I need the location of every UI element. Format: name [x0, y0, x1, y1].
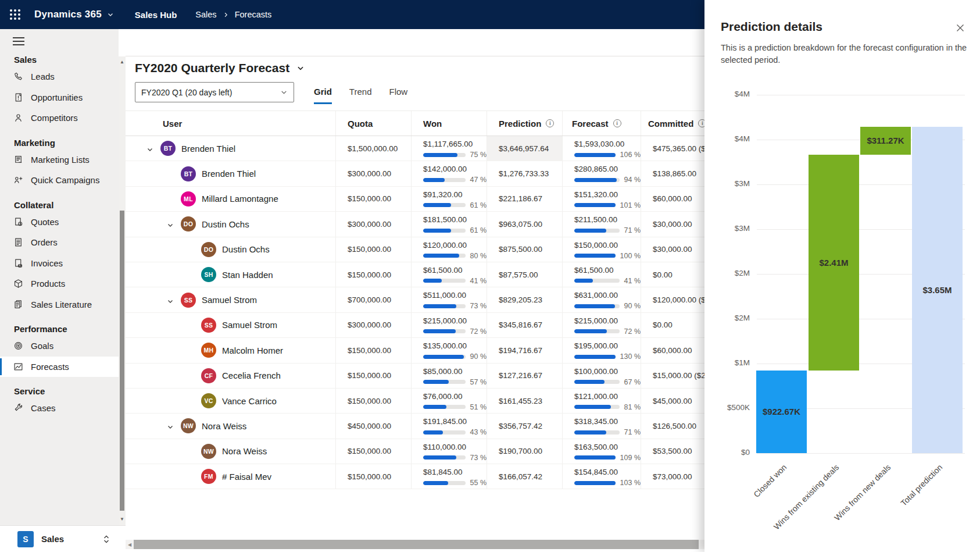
sidebar-item-products[interactable]: Products [0, 273, 119, 294]
tab-trend[interactable]: Trend [349, 87, 372, 104]
chevron-right-icon [223, 12, 229, 18]
waffle-icon[interactable] [10, 9, 20, 20]
progress-fill [574, 481, 616, 485]
horizontal-scrollbar[interactable]: ◀ [126, 540, 704, 549]
prediction-cell: $161,455.23 [487, 389, 562, 413]
row-expand-caret-icon[interactable] [167, 220, 174, 227]
table-row[interactable]: SSSamuel Strom$300,000.00$215,000.0072 %… [126, 313, 704, 338]
progress-percent: 103 % [620, 479, 641, 487]
column-header-committed[interactable]: Committedi [641, 111, 704, 136]
progress-percent: 47 % [470, 176, 487, 184]
sidebar-scrollbar-thumb[interactable] [120, 211, 124, 511]
amount-with-progress: $1,117,665.0075 % [412, 136, 487, 159]
amount-with-progress: $631,000.0090 % [563, 287, 641, 310]
table-row[interactable]: MLMillard Lamontagne$150,000.00$91,320.0… [126, 187, 704, 212]
column-header-forecast[interactable]: Forecasti [562, 111, 641, 136]
sidebar-item-goals[interactable]: Goals [0, 336, 119, 357]
table-row[interactable]: BTBrenden Thiel$1,500,000.00$1,117,665.0… [126, 136, 704, 161]
y-axis-tick-label: $500K [709, 403, 750, 412]
avatar: BT [181, 166, 196, 181]
area-switch-chevrons-icon[interactable] [102, 535, 110, 544]
sidebar-item-leads[interactable]: Leads [0, 66, 119, 87]
sidebar-item-competitors[interactable]: Competitors [0, 108, 119, 129]
chevron-down-icon[interactable] [107, 11, 114, 18]
hamburger-menu-icon[interactable] [13, 37, 24, 45]
horizontal-scrollbar-thumb[interactable] [134, 540, 699, 549]
scroll-down-icon[interactable]: ▼ [119, 516, 126, 523]
chart-bar-value-label: $2.41M [809, 258, 859, 268]
tab-flow[interactable]: Flow [389, 87, 407, 104]
table-row[interactable]: CFCecelia French$150,000.00$85,000.0057 … [126, 364, 704, 389]
sidebar-item-quick-campaigns[interactable]: Quick Campaigns [0, 170, 119, 191]
column-header-prediction[interactable]: Predictioni [487, 111, 562, 136]
info-icon[interactable]: i [613, 119, 621, 127]
progress-row: 55 % [423, 479, 487, 487]
chart-bar-wins-from-existing-deals[interactable]: $2.41M [809, 155, 859, 371]
column-header-quota[interactable]: Quota [335, 111, 411, 136]
progress-fill [574, 430, 606, 435]
sidebar-item-marketing-lists[interactable]: Marketing Lists [0, 149, 119, 170]
breadcrumb-sales[interactable]: Sales [195, 10, 216, 19]
sidebar-item-sales-literature[interactable]: Sales Literature [0, 294, 119, 315]
sidebar-item-quotes[interactable]: Quotes [0, 212, 119, 233]
row-expand-caret-icon[interactable] [167, 422, 174, 429]
committed-cell: $30,000.00 [641, 212, 704, 236]
sidebar-item-cases[interactable]: Cases [0, 398, 119, 419]
scroll-up-icon[interactable]: ▲ [119, 59, 126, 66]
progress-track [574, 405, 620, 409]
sidebar-item-opportunities[interactable]: Opportunities [0, 87, 119, 108]
user-name: Vance Carrico [222, 389, 277, 413]
table-row[interactable]: SSSamuel Strom$700,000.00$511,000.0073 %… [126, 287, 704, 312]
table-row[interactable]: DODustin Ochs$300,000.00$181,500.0061 %$… [126, 212, 704, 237]
breadcrumb-forecasts[interactable]: Forecasts [235, 10, 272, 19]
column-header-user[interactable]: User [126, 111, 335, 136]
scroll-left-icon[interactable]: ◀ [126, 542, 134, 547]
prediction-value: $1,276,733.33 [487, 161, 562, 186]
table-row[interactable]: SHStan Hadden$150,000.00$61,500.0041 %$8… [126, 262, 704, 287]
table-row[interactable]: BTBrenden Thiel$300,000.00$142,000.0047 … [126, 161, 704, 186]
prediction-cell: $356,757.42 [487, 414, 562, 438]
amount-with-progress: $195,000.00130 % [563, 338, 641, 361]
info-icon[interactable]: i [546, 119, 554, 127]
sidebar-item-invoices[interactable]: Invoices [0, 253, 119, 274]
user-name: Dustin Ochs [222, 237, 270, 262]
avatar: VC [201, 393, 216, 408]
sidebar-item-orders[interactable]: Orders [0, 232, 119, 253]
amount-with-progress: $142,000.0047 % [412, 161, 487, 184]
progress-fill [574, 380, 605, 384]
prediction-value: $345,816.67 [487, 313, 562, 337]
close-icon[interactable] [956, 23, 966, 34]
sidebar-item-label: Sales Literature [31, 300, 92, 309]
chart-bar-wins-from-new-deals[interactable]: $311.27K [860, 127, 911, 155]
progress-row: 72 % [423, 327, 487, 336]
progress-row: 106 % [574, 151, 641, 159]
table-row[interactable]: NWNora Weiss$450,000.00$191,845.0043 %$3… [126, 414, 704, 439]
row-expand-caret-icon[interactable] [146, 145, 153, 152]
chart-bar-closed-won[interactable]: $922.67K [756, 371, 807, 453]
chart-bar-total-prediction[interactable]: $3.65M [912, 127, 963, 453]
committed-cell: $475,365.00 ($4 [641, 136, 704, 161]
table-row[interactable]: VCVance Carrico$150,000.00$76,000.0051 %… [126, 389, 704, 414]
period-dropdown[interactable]: FY2020 Q1 (20 days left) [135, 82, 294, 102]
progress-row: 73 % [423, 454, 487, 462]
sidebar-item-forecasts[interactable]: Forecasts [0, 357, 119, 378]
tab-grid[interactable]: Grid [314, 87, 332, 104]
sidebar-section-label: Marketing [14, 138, 119, 148]
progress-fill [423, 405, 446, 409]
amount-with-progress: $61,500.0041 % [563, 262, 641, 285]
forecast-title[interactable]: FY2020 Quarterly Forecast [135, 61, 305, 75]
quota-value: $1,500,000.00 [336, 136, 411, 161]
table-row[interactable]: NWNora Weiss$150,000.00$110,000.0073 %$1… [126, 439, 704, 464]
hub-title[interactable]: Sales Hub [135, 10, 177, 20]
sidebar-scrollbar[interactable]: ▲ ▼ [119, 56, 126, 525]
area-switcher[interactable]: S Sales [0, 525, 126, 552]
app-title[interactable]: Dynamics 365 [34, 9, 102, 20]
table-row[interactable]: DODustin Ochs$150,000.00$120,000.0080 %$… [126, 237, 704, 262]
row-expand-caret-icon[interactable] [167, 297, 174, 304]
table-row[interactable]: FM# Faisal Mev$150,000.00$81,845.0055 %$… [126, 464, 704, 489]
avatar: SS [181, 293, 196, 308]
table-row[interactable]: MHMalcolm Homer$150,000.00$135,000.0090 … [126, 338, 704, 363]
column-header-won[interactable]: Won [411, 111, 487, 136]
amount-value: $91,320.00 [423, 190, 487, 199]
won-cell: $91,320.0061 % [411, 187, 487, 211]
